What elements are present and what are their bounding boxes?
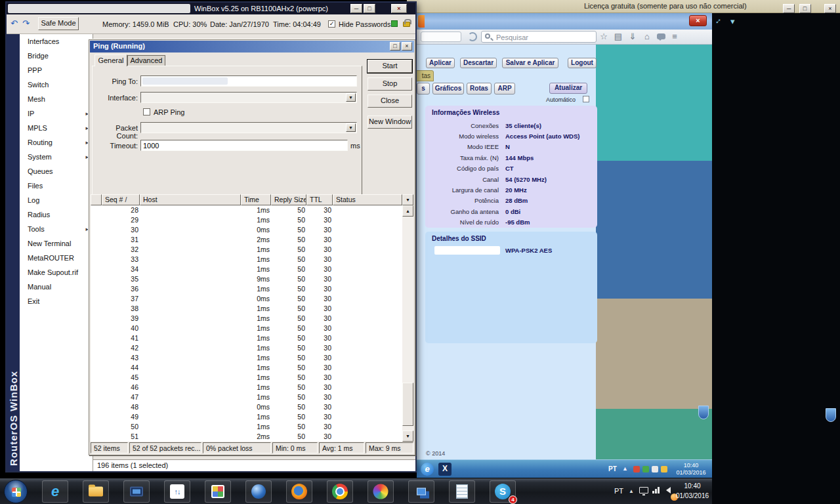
x-app-icon[interactable]: X (438, 463, 452, 476)
download-icon[interactable]: ⇓ (627, 32, 639, 41)
library-icon[interactable]: ▤ (612, 32, 624, 41)
ping-table-row[interactable]: 461ms5030 (91, 383, 402, 392)
bookmark-star-icon[interactable]: ☆ (598, 32, 610, 41)
subtab-rotas[interactable]: Rotas (467, 83, 492, 94)
taskbar-chrome[interactable] (327, 480, 353, 503)
ping-table-row[interactable]: 401ms5030 (91, 324, 402, 333)
desktop-shortcut-icon[interactable] (698, 406, 709, 419)
tab-advanced[interactable]: Advanced (127, 55, 165, 66)
chat-icon[interactable] (657, 33, 665, 39)
sidebar-item-tools[interactable]: Tools▸ (20, 222, 93, 236)
search-box[interactable]: Pesquisar (481, 31, 597, 43)
clock[interactable]: 10:40 01/03/2016 (675, 481, 710, 501)
taskbar-globe[interactable] (245, 480, 272, 503)
sidebar-item-system[interactable]: System▸ (20, 150, 93, 164)
sidebar-item-mesh[interactable]: Mesh (20, 92, 93, 106)
ping-table-row[interactable]: 361ms5030 (91, 284, 402, 294)
taskbar-computer[interactable] (123, 480, 150, 503)
ping-table-row[interactable]: 480ms5030 (91, 402, 402, 412)
sidebar-item-ip[interactable]: IP▸ (20, 106, 93, 121)
subtab-arp[interactable]: ARP (494, 83, 515, 94)
minimize-button[interactable]: ─ (350, 4, 362, 13)
packet-count-dropdown[interactable]: ▼ (140, 122, 357, 133)
logout-button[interactable]: Logout (568, 58, 597, 68)
scroll-down-icon[interactable]: ▼ (402, 430, 413, 442)
firefox-menu-button[interactable] (418, 15, 425, 28)
timeout-input[interactable] (140, 140, 348, 151)
taskbar-firefox[interactable] (286, 480, 312, 503)
fullscreen-icon[interactable]: ↕ (714, 16, 724, 26)
ping-table-row[interactable]: 359ms5030 (91, 274, 402, 284)
apply-button[interactable]: Aplicar (426, 58, 455, 68)
column-header-status[interactable]: Status (333, 194, 402, 205)
ping-to-input[interactable] (140, 75, 357, 87)
ping-table-row[interactable]: 321ms5030 (91, 245, 402, 255)
sidebar-item-new-terminal[interactable]: New Terminal (20, 236, 93, 251)
sidebar-item-metarouter[interactable]: MetaROUTER (20, 251, 93, 265)
sidebar-item-queues[interactable]: Queues (20, 164, 93, 178)
menu-icon[interactable]: ≡ (669, 32, 681, 41)
display-tray-icon[interactable] (639, 487, 648, 494)
tray-icon[interactable] (652, 466, 658, 472)
stop-button[interactable]: Stop (368, 77, 412, 91)
tray-expand-icon[interactable]: ▲ (629, 488, 634, 494)
taskbar-explorer[interactable] (83, 480, 109, 503)
refresh-button[interactable]: Atualizar (549, 83, 587, 94)
ping-table-row[interactable]: 291ms5030 (91, 215, 402, 225)
column-header-seq[interactable]: Seq #/ (102, 194, 140, 205)
tray-icon[interactable] (661, 466, 667, 472)
taskbar-skype[interactable]: S 4 (490, 480, 516, 503)
tray-icon[interactable] (633, 466, 640, 472)
subtab-graficos[interactable]: Gráficos (432, 83, 464, 94)
close-button[interactable]: × (824, 4, 836, 13)
ping-table-row[interactable]: 391ms5030 (91, 314, 402, 324)
ping-table-row[interactable]: 441ms5030 (91, 363, 402, 373)
auto-refresh-checkbox[interactable] (583, 96, 589, 102)
dropdown-arrow-icon[interactable]: ▼ (346, 93, 356, 102)
sidebar-item-radius[interactable]: Radius (20, 207, 93, 222)
sidebar-item-mpls[interactable]: MPLS▸ (20, 121, 93, 135)
sidebar-item-bridge[interactable]: Bridge (20, 49, 93, 63)
tray-expand-icon[interactable]: ▲ (622, 465, 628, 472)
url-field[interactable] (421, 32, 461, 42)
column-selector[interactable] (91, 194, 102, 205)
partial-tab[interactable]: tas (417, 70, 434, 81)
sidebar-item-log[interactable]: Log (20, 193, 93, 207)
desktop-shortcut-icon[interactable] (826, 408, 836, 422)
language-indicator[interactable]: PT (608, 465, 617, 472)
start-button[interactable]: Start (368, 60, 412, 73)
home-icon[interactable]: ⌂ (641, 32, 653, 41)
sidebar-item-ppp[interactable]: PPP (20, 63, 93, 77)
ping-table-row[interactable]: 370ms5030 (91, 294, 402, 304)
scrollbar-thumb[interactable] (402, 383, 413, 426)
taskbar-ie[interactable]: e (42, 480, 68, 503)
new-window-button[interactable]: New Window (368, 116, 412, 129)
maximize-button[interactable]: □ (799, 4, 811, 13)
sidebar-item-manual[interactable]: Manual (20, 280, 93, 294)
remote-clock[interactable]: 10:40 01/03/2016 (673, 462, 709, 476)
discard-button[interactable]: Descartar (460, 58, 497, 68)
ping-table-row[interactable]: 512ms5030 (91, 432, 402, 442)
reload-icon[interactable] (468, 32, 477, 41)
minimize-button[interactable]: ─ (783, 4, 795, 13)
ping-table-row[interactable]: 411ms5030 (91, 333, 402, 343)
column-header-host[interactable]: Host (140, 194, 241, 205)
ping-table-row[interactable]: 491ms5030 (91, 412, 402, 422)
column-header-reply-size[interactable]: Reply Size (271, 194, 306, 205)
sidebar-item-interfaces[interactable]: Interfaces (20, 34, 93, 49)
ping-table-row[interactable]: 341ms5030 (91, 264, 402, 274)
ping-table-row[interactable]: 331ms5030 (91, 255, 402, 264)
taskbar-media[interactable] (368, 480, 394, 503)
close-icon[interactable]: × (402, 42, 412, 51)
redo-icon[interactable]: ↷ (22, 18, 30, 28)
taskbar-winbox[interactable]: ↑↓ (164, 480, 190, 503)
save-apply-button[interactable]: Salvar e Aplicar (502, 58, 558, 68)
undo-icon[interactable]: ↶ (10, 18, 18, 28)
vertical-scrollbar[interactable]: ▲ ▼ (402, 205, 413, 442)
tray-icon[interactable] (642, 466, 649, 472)
sidebar-item-make-supout-rif[interactable]: Make Supout.rif (20, 265, 93, 280)
maximize-button[interactable]: □ (390, 42, 400, 51)
ping-table-row[interactable]: 300ms5030 (91, 225, 402, 235)
column-header-ttl[interactable]: TTL (306, 194, 333, 205)
sidebar-item-switch[interactable]: Switch (20, 77, 93, 92)
